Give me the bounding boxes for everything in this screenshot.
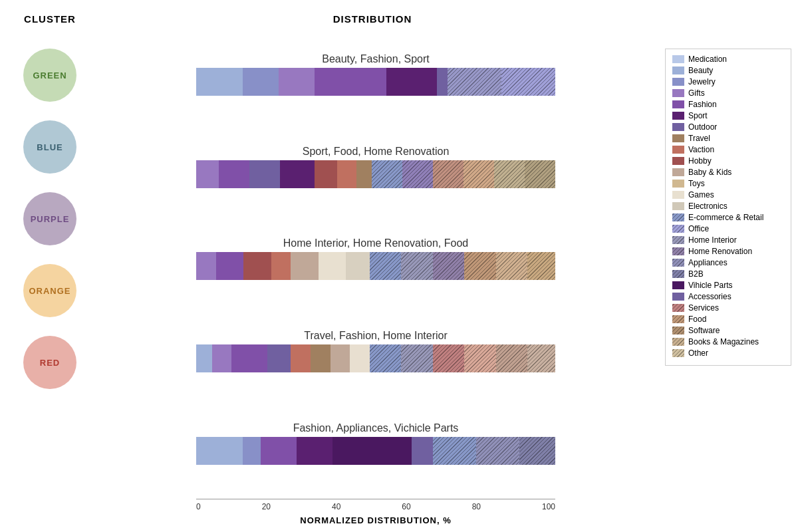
- legend-label-8: Vaction: [688, 145, 714, 154]
- legend-swatch-19: [672, 270, 684, 278]
- legend-item-6: Outdoor: [672, 122, 784, 132]
- legend-item-17: Home Renovation: [672, 247, 784, 256]
- legend-swatch-12: [672, 191, 684, 199]
- legend-swatch-11: [672, 180, 684, 188]
- legend-item-14: E-commerce & Retail: [672, 213, 784, 222]
- bar-segment-1-1: [219, 160, 249, 188]
- chart-col: Beauty, Fashion, SportSport, Food, Home …: [93, 29, 658, 525]
- bar-segment-3-8: [370, 344, 401, 372]
- legend-label-17: Home Renovation: [688, 247, 752, 256]
- legend-item-25: Books & Magazines: [672, 337, 784, 346]
- bar-segment-1-4: [315, 160, 337, 188]
- bar-segment-3-4: [291, 344, 311, 372]
- x-tick: 60: [402, 502, 410, 511]
- bar-segment-4-0: [196, 437, 243, 465]
- chart-row-3: Travel, Fashion, Home Interior: [100, 330, 652, 372]
- bar-segment-1-5: [337, 160, 356, 188]
- legend-label-18: Appliances: [688, 258, 728, 267]
- legend-item-16: Home Interior: [672, 235, 784, 245]
- bar-segment-3-3: [267, 344, 291, 372]
- bar-segment-2-3: [271, 252, 291, 280]
- chart-row-4: Fashion, Appliances, Vichicle Parts: [100, 422, 652, 465]
- bar-segment-2-5: [319, 252, 346, 280]
- bar-segment-3-1: [212, 344, 232, 372]
- bar-segment-1-6: [356, 160, 372, 188]
- cluster-circle-purple: PURPLE: [23, 192, 76, 245]
- legend-swatch-15: [672, 225, 684, 233]
- legend-item-23: Food: [672, 315, 784, 324]
- bar-segment-3-11: [464, 344, 495, 372]
- bar-segment-3-0: [196, 344, 212, 372]
- legend-label-24: Software: [688, 326, 720, 335]
- x-tick: 100: [542, 502, 555, 511]
- cluster-circle-blue: BLUE: [23, 120, 76, 174]
- x-tick: 80: [472, 502, 481, 511]
- legend-item-10: Baby & Kids: [672, 168, 784, 177]
- legend-swatch-26: [672, 349, 684, 357]
- bar-segment-2-12: [527, 252, 555, 280]
- legend-swatch-23: [672, 315, 684, 323]
- chart-title-3: Travel, Fashion, Home Interior: [304, 330, 447, 342]
- legend-item-9: Hobby: [672, 156, 784, 166]
- chart-title-1: Sport, Food, Home Renovation: [303, 146, 450, 158]
- legend-label-2: Jewelry: [688, 77, 716, 86]
- bar-segment-0-7: [501, 68, 555, 96]
- bar-segment-1-9: [433, 160, 464, 188]
- cluster-col: GREENBLUEPURPLEORANGERED: [7, 29, 93, 525]
- legend-swatch-13: [672, 202, 684, 210]
- legend-swatch-22: [672, 304, 684, 312]
- legend-label-20: Vihicle Parts: [688, 281, 732, 290]
- bar-segment-4-3: [297, 437, 332, 465]
- cluster-header: CLUSTER: [24, 13, 76, 25]
- legend-swatch-25: [672, 338, 684, 346]
- legend-item-2: Jewelry: [672, 77, 784, 86]
- bar-1: [196, 160, 555, 188]
- legend-item-8: Vaction: [672, 145, 784, 154]
- legend-label-11: Toys: [688, 179, 705, 188]
- chart-title-4: Fashion, Appliances, Vichicle Parts: [293, 422, 459, 434]
- legend-item-1: Beauty: [672, 66, 784, 75]
- bar-segment-1-12: [525, 160, 555, 188]
- bar-segment-1-8: [402, 160, 433, 188]
- bar-segment-0-5: [437, 68, 448, 96]
- legend-item-15: Office: [672, 224, 784, 233]
- bar-segment-3-7: [350, 344, 370, 372]
- legend-swatch-3: [672, 89, 684, 97]
- bar-segment-4-8: [519, 437, 555, 465]
- main-container: CLUSTER DISTRIBUTION GREENBLUEPURPLEORAN…: [0, 0, 798, 532]
- legend-swatch-7: [672, 134, 684, 142]
- legend-label-12: Games: [688, 190, 714, 200]
- legend-item-5: Sport: [672, 111, 784, 120]
- bar-segment-3-10: [433, 344, 464, 372]
- legend-item-22: Services: [672, 303, 784, 313]
- chart-title-2: Home Interior, Home Renovation, Food: [283, 237, 468, 249]
- bar-segment-1-3: [280, 160, 315, 188]
- legend-swatch-18: [672, 259, 684, 267]
- bar-segment-1-0: [196, 160, 219, 188]
- bar-segment-1-10: [464, 160, 494, 188]
- legend-label-25: Books & Magazines: [688, 337, 759, 346]
- legend-label-4: Fashion: [688, 100, 717, 109]
- legend-label-3: Gifts: [688, 88, 705, 98]
- legend-swatch-5: [672, 112, 684, 120]
- cluster-circle-red: RED: [23, 336, 76, 389]
- legend-swatch-21: [672, 293, 684, 301]
- bar-segment-2-7: [370, 252, 401, 280]
- legend-label-13: Electronics: [688, 201, 728, 211]
- legend-item-21: Accessories: [672, 292, 784, 301]
- bar-segment-2-2: [243, 252, 271, 280]
- bar-segment-4-1: [243, 437, 261, 465]
- legend-swatch-17: [672, 247, 684, 255]
- legend-swatch-6: [672, 123, 684, 131]
- legend-col: MedicationBeautyJewelryGiftsFashionSport…: [658, 29, 791, 525]
- bar-segment-0-4: [386, 68, 437, 96]
- bar-segment-2-11: [496, 252, 527, 280]
- bar-segment-2-6: [346, 252, 370, 280]
- bar-segment-2-10: [464, 252, 495, 280]
- bar-segment-4-6: [433, 437, 476, 465]
- bar-segment-0-1: [243, 68, 279, 96]
- legend-box: MedicationBeautyJewelryGiftsFashionSport…: [665, 49, 791, 366]
- legend-item-3: Gifts: [672, 88, 784, 98]
- legend-item-13: Electronics: [672, 201, 784, 211]
- legend-label-19: B2B: [688, 269, 704, 279]
